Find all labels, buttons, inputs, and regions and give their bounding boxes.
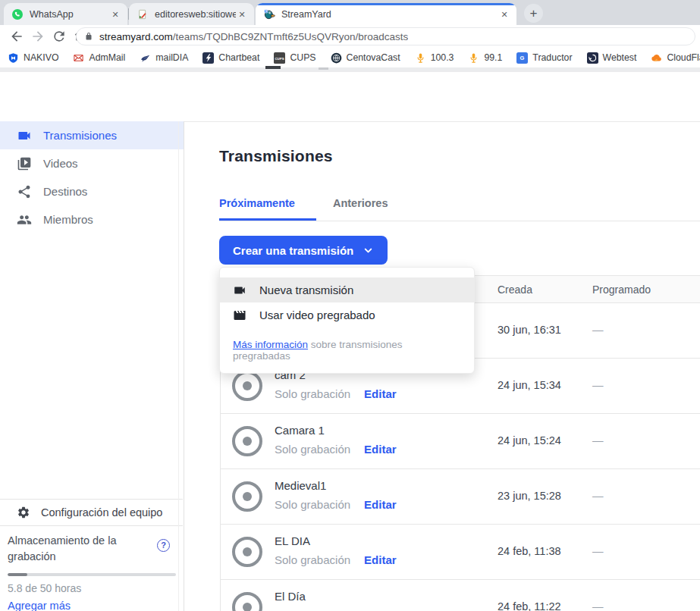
sidebar-item-destinos[interactable]: Destinos [0, 177, 184, 205]
translate-icon: G [516, 52, 528, 64]
forward-icon[interactable] [30, 29, 46, 44]
bookmark-item[interactable]: 99.1 [468, 52, 502, 64]
help-icon[interactable]: ? [157, 539, 170, 552]
create-broadcast-button[interactable]: Crear una transmisión [219, 236, 388, 265]
table-row[interactable]: El DíaSolo grabaciónEditar24 feb, 11:22— [221, 580, 700, 611]
broadcast-type: Solo grabación [275, 443, 350, 456]
broadcast-title: Medieval1 [275, 479, 326, 492]
sidebar-item-miembros[interactable]: Miembros [0, 205, 184, 233]
created-cell: 24 feb, 11:22 [498, 600, 561, 611]
nakivo-icon [8, 52, 19, 64]
learn-more-link[interactable]: Más información [233, 339, 308, 350]
record-icon [232, 592, 262, 611]
edit-link[interactable]: Editar [364, 553, 397, 566]
tab-title: StreamYard [281, 9, 498, 20]
close-icon[interactable]: ✕ [109, 8, 121, 20]
edit-link[interactable]: Editar [364, 498, 397, 511]
bookmark-item[interactable]: NAKIVO [8, 52, 58, 64]
browser-tab[interactable]: WhatsApp✕ [4, 3, 127, 25]
column-header-scheduled: Programado [592, 276, 651, 303]
bookmark-item[interactable]: CloudFlare [651, 52, 700, 64]
sidebar-item-label: Videos [43, 157, 78, 170]
videocam-icon [233, 284, 246, 297]
tab-title: editoresweb:sitioweb:eldia.co [155, 9, 236, 20]
close-icon[interactable]: ✕ [236, 8, 248, 20]
gear-icon [17, 506, 30, 519]
close-icon[interactable]: ✕ [498, 8, 510, 20]
back-icon[interactable] [9, 29, 24, 44]
sidebar-item-label: Destinos [43, 185, 87, 198]
clapper-icon [233, 309, 246, 322]
bookmark-item[interactable]: CUPSCUPS [274, 52, 315, 64]
add-more-link[interactable]: Agregar más [8, 600, 174, 611]
created-cell: 24 feb, 11:38 [498, 545, 561, 557]
admmail-icon [73, 52, 84, 64]
cloudflare-icon [651, 52, 662, 64]
maildia-icon [140, 52, 151, 64]
edit-link[interactable]: Editar [364, 387, 397, 400]
browser-tab[interactable]: editoresweb:sitioweb:eldia.co✕ [129, 3, 254, 25]
bookmark-label: Chartbeat [218, 52, 259, 63]
bookmark-item[interactable]: Chartbeat [202, 52, 259, 64]
broadcast-title: EL DIA [275, 534, 310, 547]
storage-panel: Almacenamiento de la grabación ? 5.8 de … [0, 525, 183, 611]
scheduled-cell: — [592, 379, 604, 391]
dropdown-footer: Más información sobre transmisiones preg… [220, 327, 474, 373]
bookmark-label: AdmMail [89, 52, 125, 63]
main-content: Transmisiones PróximamenteAnteriores Cre… [185, 122, 700, 611]
dropdown-item[interactable]: Nueva transmisión [220, 277, 474, 302]
created-cell: 30 jun, 16:31 [498, 324, 561, 336]
band-dash [265, 66, 281, 69]
scheduled-cell: — [592, 490, 604, 502]
broadcast-meta: Solo grabaciónEditar [275, 443, 397, 456]
svg-text:CUPS: CUPS [275, 56, 284, 60]
bookmark-item[interactable]: GTraductor [516, 52, 572, 64]
url-field[interactable]: streamyard.com/teams/TQDhBC9ZNTmft6z5UsQ… [76, 27, 695, 45]
broadcast-type: Solo grabación [275, 553, 350, 566]
dropdown-item[interactable]: Usar video pregrabado [220, 302, 474, 327]
created-cell: 23 jun, 15:28 [498, 490, 561, 502]
tab-strip: WhatsApp✕editoresweb:sitioweb:eldia.co✕S… [0, 0, 700, 25]
record-icon [232, 371, 262, 401]
tab-divider [128, 8, 129, 20]
created-cell: 24 jun, 15:34 [498, 379, 561, 391]
scheduled-cell: — [592, 600, 604, 611]
tab-anteriores[interactable]: Anteriores [333, 197, 388, 221]
bookmark-label: CentovaCast [347, 52, 400, 63]
chartbeat-icon [202, 52, 214, 64]
table-row[interactable]: Camara 1Solo grabaciónEditar24 jun, 15:2… [221, 414, 700, 469]
lock-icon [84, 32, 93, 41]
table-row[interactable]: Medieval1Solo grabaciónEditar23 jun, 15:… [221, 469, 700, 525]
bookmark-label: Traductor [532, 52, 572, 63]
webtest-icon [587, 52, 598, 64]
video-library-icon [17, 156, 32, 171]
address-bar: streamyard.com/teams/TQDhBC9ZNTmft6z5UsQ… [0, 25, 700, 48]
team-settings-button[interactable]: Configuración del equipo [0, 499, 183, 525]
sidebar-item-transmisiones[interactable]: Transmisiones [0, 121, 184, 149]
bookmark-item[interactable]: CentovaCast [331, 52, 400, 64]
bookmark-label: 99.1 [484, 52, 502, 63]
new-tab-button[interactable]: + [524, 4, 543, 23]
record-icon [232, 481, 262, 512]
whatsapp-icon [11, 8, 24, 20]
cups-icon: CUPS [274, 52, 285, 64]
bookmark-item[interactable]: AdmMail [73, 52, 125, 64]
scheduled-cell: — [592, 434, 604, 446]
create-broadcast-label: Crear una transmisión [233, 244, 353, 257]
bookmark-label: mailDIA [155, 52, 188, 63]
create-dropdown-menu: Nueva transmisiónUsar video pregrabado M… [219, 267, 475, 374]
sidebar-item-videos[interactable]: Videos [0, 149, 184, 177]
reload-icon[interactable] [52, 29, 67, 44]
tab-próximamente[interactable]: Próximamente [219, 197, 316, 221]
bookmark-item[interactable]: Webtest [587, 52, 637, 64]
url-path: /teams/TQDhBC9ZNTmft6z5UsQVRyon/broadcas… [173, 31, 409, 42]
browser-tab[interactable]: SStreamYard✕ [256, 3, 516, 25]
table-row[interactable]: EL DIASolo grabaciónEditar24 feb, 11:38— [221, 525, 700, 580]
bookmark-item[interactable]: 100.3 [415, 52, 454, 64]
mic-icon [468, 52, 479, 64]
mic-icon [415, 52, 426, 64]
bookmark-item[interactable]: mailDIA [140, 52, 188, 64]
edit-link[interactable]: Editar [364, 443, 397, 456]
dropdown-item-label: Usar video pregrabado [259, 309, 375, 321]
record-icon [232, 537, 262, 567]
